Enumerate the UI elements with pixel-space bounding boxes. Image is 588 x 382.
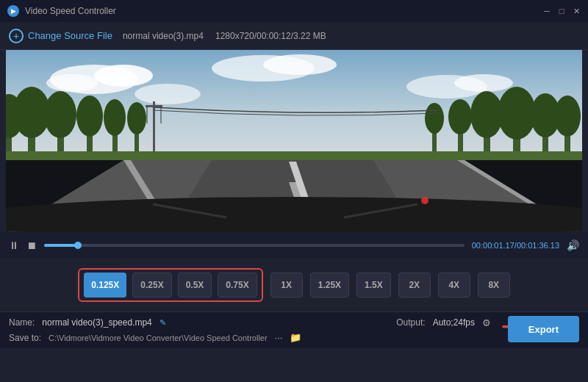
svg-point-7 <box>454 74 513 92</box>
window-controls: ─ □ ✕ <box>541 5 582 17</box>
file-details: 1280x720/00:00:12/3.22 MB <box>215 31 326 41</box>
svg-point-2 <box>94 65 153 87</box>
filename: normal video(3).mp4 <box>123 31 204 41</box>
speed-0125x-button[interactable]: 0.125X <box>84 273 126 298</box>
speed-control-area: 0.125X 0.25X 0.5X 0.75X 1X 1.25X 1.5X 2X… <box>0 259 588 311</box>
progress-thumb <box>74 242 82 249</box>
speed-05x-button[interactable]: 0.5X <box>178 273 212 298</box>
video-player <box>6 50 582 232</box>
video-thumbnail <box>6 50 582 232</box>
svg-point-28 <box>554 96 581 137</box>
folder-icon[interactable]: 📁 <box>290 332 301 343</box>
svg-point-32 <box>425 103 444 134</box>
edit-icon[interactable]: ✎ <box>159 318 166 328</box>
svg-rect-37 <box>6 151 582 160</box>
play-pause-button[interactable]: ⏸ <box>9 239 19 251</box>
file-info: normal video(3).mp4 1280x720/00:00:12/3.… <box>123 31 326 41</box>
speed-8x-button[interactable]: 8X <box>478 273 510 298</box>
maximize-button[interactable]: □ <box>556 5 567 17</box>
plus-icon: + <box>9 29 24 43</box>
svg-point-14 <box>44 91 76 138</box>
speed-025x-button[interactable]: 0.25X <box>132 273 171 298</box>
svg-point-20 <box>127 102 146 134</box>
progress-fill <box>44 244 78 247</box>
svg-point-24 <box>498 87 536 140</box>
name-label: Name: <box>9 317 35 328</box>
close-button[interactable]: ✕ <box>570 5 582 17</box>
export-button[interactable]: Export <box>508 316 579 342</box>
speed-15x-button[interactable]: 1.5X <box>356 273 391 298</box>
minimize-button[interactable]: ─ <box>541 5 553 17</box>
title-bar: ▶ Video Speed Controller ─ □ ✕ <box>0 0 588 22</box>
progress-bar[interactable] <box>44 244 465 247</box>
svg-point-8 <box>135 84 201 104</box>
browse-dots-button[interactable]: ··· <box>275 332 283 343</box>
svg-point-16 <box>76 96 103 137</box>
name-value: normal video(3)_speed.mp4 <box>42 317 151 328</box>
output-value: Auto;24fps <box>433 317 475 328</box>
save-row: Save to: C:\Vidmore\Vidmore Video Conver… <box>9 331 579 346</box>
speed-2x-button[interactable]: 2X <box>398 273 431 298</box>
save-to-path: C:\Vidmore\Vidmore Video Converter\Video… <box>49 334 268 342</box>
playback-controls: ⏸ ⏹ 00:00:01.17/00:01:36.13 🔊 <box>0 232 588 259</box>
change-source-label: Change Source File <box>28 30 112 41</box>
app-icon: ▶ <box>7 5 19 17</box>
svg-point-18 <box>104 99 126 136</box>
output-row: Name: normal video(3)_speed.mp4 ✎ Output… <box>9 315 579 331</box>
svg-point-30 <box>448 99 472 134</box>
stop-button[interactable]: ⏹ <box>26 239 37 251</box>
svg-point-3 <box>46 74 98 92</box>
svg-point-46 <box>6 197 582 232</box>
speed-4x-button[interactable]: 4X <box>438 273 470 298</box>
bottom-bar: Name: normal video(3)_speed.mp4 ✎ Output… <box>0 311 588 348</box>
svg-point-5 <box>263 54 337 75</box>
app-title: Video Speed Controller <box>25 6 116 16</box>
volume-icon[interactable]: 🔊 <box>567 239 579 251</box>
change-source-button[interactable]: + Change Source File <box>9 29 112 43</box>
save-to-label: Save to: <box>9 333 41 343</box>
svg-point-49 <box>421 197 429 204</box>
selected-speed-group: 0.125X 0.25X 0.5X 0.75X <box>78 268 262 302</box>
output-settings-button[interactable]: ⚙ <box>482 317 491 328</box>
toolbar: + Change Source File normal video(3).mp4… <box>0 22 588 50</box>
speed-1x-button[interactable]: 1X <box>270 273 303 298</box>
output-label: Output: <box>396 317 425 328</box>
speed-125x-button[interactable]: 1.25X <box>310 273 349 298</box>
speed-075x-button[interactable]: 0.75X <box>218 273 257 298</box>
time-display: 00:00:01.17/00:01:36.13 <box>472 241 559 250</box>
